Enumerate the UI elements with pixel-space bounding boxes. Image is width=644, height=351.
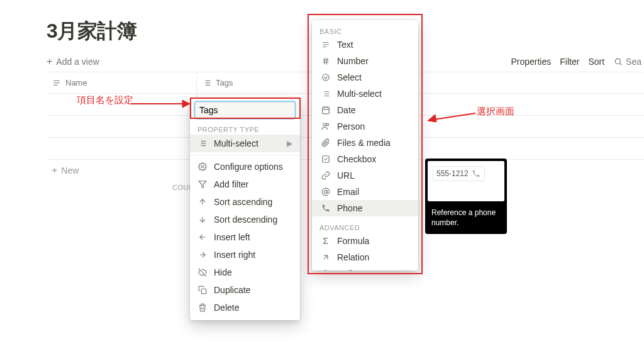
item-label: Hide: [214, 267, 232, 277]
svg-point-41: [326, 123, 329, 126]
paperclip-icon: [321, 138, 331, 148]
item-label: Insert left: [214, 232, 250, 242]
arrow-right-annotation: [130, 96, 190, 112]
svg-line-27: [325, 58, 325, 65]
select-icon: [321, 72, 331, 82]
svg-point-14: [201, 165, 204, 168]
column-tags-label: Tags: [216, 78, 233, 87]
column-header-tags[interactable]: Tags: [197, 74, 309, 92]
svg-rect-36: [323, 107, 330, 114]
arrow-down-icon: [197, 214, 208, 225]
arrow-left-annotation: [426, 107, 477, 123]
plus-icon: +: [52, 165, 57, 176]
item-label: Add filter: [214, 179, 248, 189]
filter-icon: [197, 179, 208, 189]
svg-marker-15: [199, 181, 206, 188]
property-type-selector[interactable]: Multi-select ▶: [190, 135, 300, 152]
type-formula-item[interactable]: Formula: [312, 233, 418, 249]
phone-tooltip: 555-1212 Reference a phone number.: [425, 159, 507, 234]
svg-point-29: [323, 74, 330, 81]
checkbox-icon: [321, 154, 331, 164]
duplicate-icon: [197, 285, 208, 295]
configure-options-item[interactable]: Configure options: [190, 158, 300, 176]
arrow-up-icon: [197, 197, 208, 207]
type-number-item[interactable]: Number: [312, 53, 418, 69]
item-label: Delete: [214, 303, 239, 313]
properties-button[interactable]: Properties: [511, 57, 551, 67]
item-label: Checkbox: [337, 154, 376, 164]
item-label: Duplicate: [214, 285, 250, 295]
item-label: Sort ascending: [214, 197, 272, 207]
svg-marker-48: [182, 100, 190, 108]
type-multi-select-item[interactable]: Multi-select: [312, 86, 418, 102]
rollup-icon: [321, 269, 331, 270]
search-button[interactable]: Sea: [613, 57, 641, 67]
link-icon: [321, 170, 331, 181]
sort-button[interactable]: Sort: [588, 57, 604, 67]
person-icon: [321, 121, 331, 131]
text-icon: [321, 40, 331, 50]
item-label: Formula: [337, 236, 369, 246]
sort-descending-item[interactable]: Sort descending: [190, 211, 300, 228]
tooltip-description: Reference a phone number.: [428, 205, 504, 231]
tooltip-sample: 555-1212: [436, 169, 469, 178]
type-checkbox-item[interactable]: Checkbox: [312, 151, 418, 167]
plus-icon: +: [47, 57, 52, 67]
svg-line-44: [324, 255, 328, 259]
hide-item[interactable]: Hide: [190, 264, 300, 281]
svg-rect-42: [323, 156, 330, 163]
column-name-label: Name: [65, 78, 87, 87]
type-relation-item[interactable]: Relation: [312, 249, 418, 265]
calendar-icon: [321, 105, 331, 115]
property-config-menu: PROPERTY TYPE Multi-select ▶ Configure o…: [190, 98, 300, 320]
property-type-label: Multi-select: [214, 138, 258, 148]
type-email-item[interactable]: Email: [312, 184, 418, 200]
duplicate-item[interactable]: Duplicate: [190, 281, 300, 299]
phone-icon: [471, 169, 481, 179]
type-phone-item[interactable]: Phone: [312, 200, 418, 216]
trash-icon: [197, 303, 208, 313]
annotation-left: 項目名を設定: [77, 94, 133, 106]
item-label: Configure options: [214, 162, 283, 172]
insert-right-item[interactable]: Insert right: [190, 246, 300, 264]
type-files-item[interactable]: Files & media: [312, 135, 418, 151]
filter-button[interactable]: Filter: [560, 57, 579, 67]
title-icon: [52, 78, 62, 88]
insert-left-item[interactable]: Insert left: [190, 228, 300, 246]
section-label-property-type: PROPERTY TYPE: [190, 122, 300, 135]
item-label: Email: [337, 187, 359, 197]
item-label: Files & media: [337, 138, 391, 148]
type-text-item[interactable]: Text: [312, 36, 418, 53]
item-label: Number: [337, 56, 369, 66]
type-person-item[interactable]: Person: [312, 118, 418, 135]
property-type-menu: BASIC Text Number Select Multi-select Da…: [312, 20, 418, 270]
type-date-item[interactable]: Date: [312, 102, 418, 118]
column-header-name[interactable]: Name: [47, 74, 197, 92]
item-label: Insert right: [214, 250, 255, 260]
type-select-item[interactable]: Select: [312, 69, 418, 86]
svg-line-28: [326, 58, 327, 65]
section-label-advanced: ADVANCED: [312, 216, 418, 233]
item-label: Date: [337, 105, 356, 115]
search-label: Sea: [626, 57, 641, 67]
multi-select-icon: [197, 138, 208, 148]
type-url-item[interactable]: URL: [312, 167, 418, 184]
chevron-right-icon: ▶: [287, 139, 292, 148]
type-rollup-item[interactable]: Rollup: [312, 265, 418, 270]
eye-off-icon: [197, 267, 208, 277]
add-filter-item[interactable]: Add filter: [190, 176, 300, 193]
delete-item[interactable]: Delete: [190, 299, 300, 316]
item-label: Text: [337, 40, 353, 50]
item-label: Rollup: [337, 269, 362, 270]
svg-point-40: [323, 123, 326, 126]
arrow-left-icon: [197, 232, 208, 242]
add-view-button[interactable]: + Add a view: [47, 57, 99, 67]
phone-icon: [321, 203, 331, 213]
item-label: Relation: [337, 252, 369, 262]
sort-ascending-item[interactable]: Sort ascending: [190, 193, 300, 211]
property-name-input[interactable]: [195, 102, 295, 118]
sigma-icon: [321, 236, 331, 246]
search-icon: [613, 57, 623, 67]
item-label: Phone: [337, 203, 362, 213]
section-label-basic: BASIC: [312, 24, 418, 36]
